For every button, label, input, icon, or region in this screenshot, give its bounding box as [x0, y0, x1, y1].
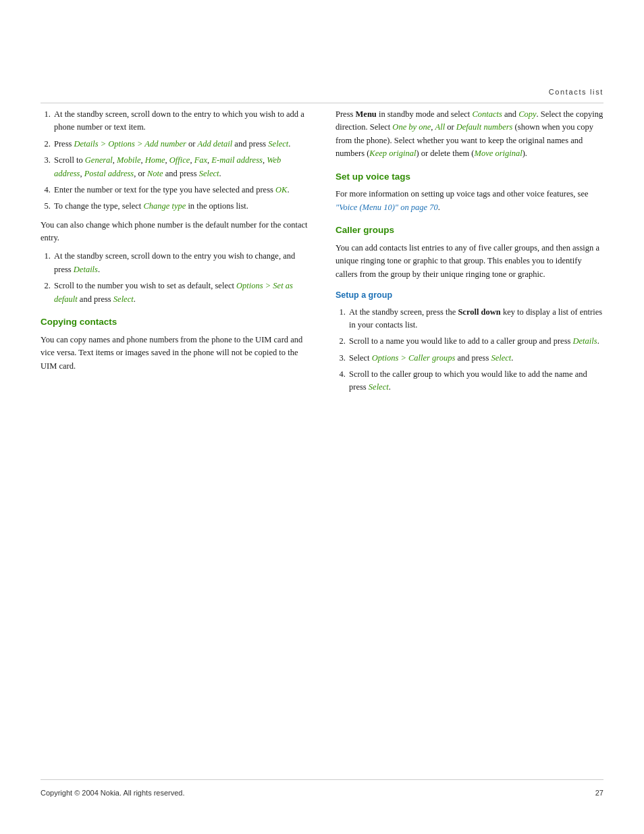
list-item: Press Details > Options > Add number or … [53, 138, 308, 151]
setup-group-list: At the standby screen, press the Scroll … [348, 306, 603, 394]
list-item: Scroll to the number you wish to set as … [53, 280, 308, 306]
page: Contacts list At the standby screen, scr… [0, 0, 644, 834]
link: Add detail [198, 139, 233, 149]
copy-intro-text: Press Menu in standby mode and select Co… [336, 108, 603, 161]
link: Default numbers [456, 122, 513, 132]
copying-contacts-heading: Copying contacts [41, 315, 308, 330]
list-item: Scroll to a name you would like to add t… [348, 335, 603, 348]
voice-tags-text: For more information on setting up voice… [336, 188, 603, 214]
bold-text: Menu [356, 109, 377, 119]
header-divider [41, 103, 603, 103]
link: Keep original [369, 149, 416, 158]
link: Details [74, 265, 98, 274]
link: OK [275, 185, 287, 194]
link: Details [573, 336, 597, 346]
list-item: Enter the number or text for the type yo… [53, 184, 308, 197]
steps-list-2: At the standby screen, scroll down to th… [53, 250, 308, 306]
link: Options > Set as default [54, 281, 293, 303]
caller-groups-text: You can add contacts list entries to any… [336, 242, 603, 281]
link: Select [369, 382, 389, 392]
link: Select [491, 353, 511, 363]
link: Postal address [84, 169, 134, 178]
footer-copyright: Copyright © 2004 Nokia. All rights reser… [41, 789, 185, 797]
link: Mobile [117, 155, 140, 165]
link: General [85, 155, 113, 165]
footer-divider [41, 779, 603, 780]
link: Office [169, 155, 190, 165]
page-footer: Copyright © 2004 Nokia. All rights reser… [41, 789, 603, 797]
link: Contacts [472, 109, 502, 119]
link: E-mail address [211, 155, 263, 165]
list-item: At the standby screen, scroll down to th… [53, 108, 308, 134]
link: Copy [518, 109, 536, 119]
link: Select [268, 139, 288, 149]
default-number-text: You can also change which phone number i… [41, 219, 308, 245]
list-item: Scroll to the caller group to which you … [348, 368, 603, 394]
link: All [435, 122, 446, 132]
setup-group-heading: Setup a group [336, 289, 603, 302]
link: Move original [475, 149, 522, 158]
steps-list-1: At the standby screen, scroll down to th… [53, 108, 308, 213]
link: Details > Options > Add number [74, 139, 186, 149]
link: Options > Caller groups [372, 353, 456, 363]
link: Home [145, 155, 165, 165]
link: Select [113, 294, 134, 304]
caller-groups-heading: Caller groups [336, 224, 603, 238]
header-text: Contacts list [549, 88, 603, 96]
list-item: Select Options > Caller groups and press… [348, 352, 603, 365]
bold-text: Scroll down [458, 307, 500, 317]
footer-page-number: 27 [595, 789, 603, 797]
page-header: Contacts list [549, 88, 603, 96]
link: Select [199, 169, 219, 178]
left-column: At the standby screen, scroll down to th… [41, 108, 308, 766]
link: Note [147, 169, 163, 178]
copying-contacts-text: You can copy names and phone numbers fro… [41, 334, 308, 373]
link: Change type [143, 201, 186, 211]
voice-link: "Voice (Menu 10)" on page 70 [336, 203, 438, 212]
right-column: Press Menu in standby mode and select Co… [336, 108, 603, 766]
voice-tags-heading: Set up voice tags [336, 170, 603, 184]
content-area: At the standby screen, scroll down to th… [41, 108, 603, 766]
link: One by one [392, 122, 431, 132]
list-item: Scroll to General, Mobile, Home, Office,… [53, 154, 308, 180]
list-item: At the standby screen, scroll down to th… [53, 250, 308, 276]
link: Fax [194, 155, 207, 165]
list-item: At the standby screen, press the Scroll … [348, 306, 603, 332]
list-item: To change the type, select Change type i… [53, 200, 308, 213]
